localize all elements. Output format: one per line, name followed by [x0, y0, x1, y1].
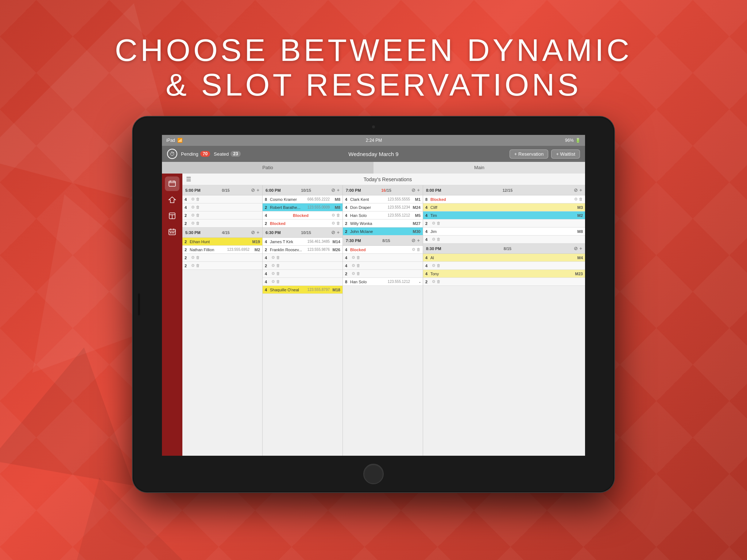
gear-icon[interactable]: ⚙ — [332, 221, 335, 226]
delete-icon[interactable]: 🗑 — [336, 221, 340, 226]
delete-icon[interactable]: 🗑 — [196, 205, 200, 210]
actions-500[interactable]: ⊘ + — [251, 187, 259, 193]
delete-icon[interactable]: 🗑 — [196, 263, 200, 268]
add-icon-730[interactable]: + — [417, 238, 420, 243]
add-waitlist-button[interactable]: + Waitlist — [551, 149, 580, 159]
delete-icon[interactable]: 🗑 — [356, 255, 360, 260]
gear-icon[interactable]: ⚙ — [574, 197, 578, 202]
gear-icon[interactable]: ⚙ — [432, 237, 436, 242]
ipad-home-button[interactable] — [363, 464, 384, 484]
delete-icon[interactable]: 🗑 — [437, 237, 441, 242]
gear-icon[interactable]: ⚙ — [271, 255, 275, 260]
gear-icon[interactable]: ⚙ — [271, 263, 275, 268]
table-row[interactable]: 4CliffM3 — [423, 203, 585, 211]
table-row[interactable]: 4AlM4 — [423, 254, 585, 262]
add-icon-830[interactable]: + — [579, 246, 582, 251]
delete-icon[interactable]: 🗑 — [437, 263, 441, 268]
gear-icon[interactable]: ⚙ — [191, 213, 195, 218]
stop-icon-600[interactable]: ⊘ — [331, 187, 335, 193]
table-row[interactable]: 2Willy WonkaM27 — [343, 219, 423, 228]
delete-icon[interactable]: 🗑 — [276, 271, 280, 276]
tab-main[interactable]: Main — [374, 162, 585, 174]
gear-icon[interactable]: ⚙ — [271, 279, 275, 284]
table-row[interactable]: 4JimM8 — [423, 228, 585, 236]
table-row[interactable]: 4James T Kirk156.461.3485M14 — [263, 238, 342, 246]
stop-icon-800[interactable]: ⊘ — [574, 187, 578, 193]
actions-830[interactable]: ⊘ + — [574, 246, 582, 251]
delete-icon[interactable]: 🗑 — [336, 213, 340, 218]
sidebar-icon-menu[interactable] — [165, 209, 179, 223]
gear-icon[interactable]: ⚙ — [191, 205, 195, 210]
gear-icon[interactable]: ⚙ — [352, 255, 355, 260]
gear-icon[interactable]: ⚙ — [432, 221, 436, 226]
sidebar-icon-reservations[interactable] — [165, 176, 179, 191]
delete-icon[interactable]: 🗑 — [276, 255, 280, 260]
add-icon-800[interactable]: + — [579, 187, 582, 193]
gear-icon[interactable]: ⚙ — [352, 271, 355, 276]
sidebar-icon-calendar[interactable] — [165, 225, 179, 239]
actions-530[interactable]: ⊘ + — [251, 230, 259, 235]
header-text: CHOOSE BETWEEN DYNAMIC & SLOT RESERVATIO… — [0, 33, 747, 102]
gear-icon[interactable]: ⚙ — [432, 263, 436, 268]
delete-icon[interactable]: 🗑 — [356, 271, 360, 276]
add-icon-700[interactable]: + — [417, 187, 420, 193]
gear-icon[interactable]: ⚙ — [191, 255, 195, 260]
gear-icon[interactable]: ⚙ — [352, 263, 355, 268]
table-row[interactable]: 2John MclaneM30 — [343, 228, 423, 236]
add-icon-530[interactable]: + — [256, 230, 259, 235]
stop-icon-830[interactable]: ⊘ — [574, 246, 578, 251]
table-row[interactable]: 8Cosmo Kramer666.555.2222M8 — [263, 195, 342, 203]
clock-icon[interactable]: ⏱ — [167, 149, 177, 159]
table-row[interactable]: 4Han Solo123.555.1212M5 — [343, 211, 423, 219]
delete-icon[interactable]: 🗑 — [196, 221, 200, 226]
delete-icon[interactable]: 🗑 — [196, 197, 200, 202]
add-icon-500[interactable]: + — [256, 187, 259, 193]
table-row[interactable]: 2Franklin Roosev...123.555.9876M26 — [263, 246, 342, 254]
table-row[interactable]: 2Robert Barathe...123.555.0009M8 — [263, 203, 342, 211]
table-row[interactable]: 4Clark Kent123.555.5555M1 — [343, 195, 423, 203]
time-630: 6:30 PM — [266, 230, 281, 235]
gear-icon[interactable]: ⚙ — [332, 213, 335, 218]
actions-800[interactable]: ⊘ + — [574, 187, 582, 193]
time-800: 8:00 PM — [426, 188, 441, 192]
table-row[interactable]: 4Don Draper123.555.1234M24 — [343, 203, 423, 211]
gear-icon[interactable]: ⚙ — [271, 271, 275, 276]
delete-icon[interactable]: 🗑 — [196, 255, 200, 260]
gear-icon[interactable]: ⚙ — [432, 279, 436, 284]
delete-icon[interactable]: 🗑 — [276, 279, 280, 284]
battery-label: 96% — [565, 138, 574, 143]
actions-600[interactable]: ⊘ + — [331, 187, 340, 193]
gear-icon[interactable]: ⚙ — [412, 247, 415, 252]
stop-icon-700[interactable]: ⊘ — [411, 187, 415, 193]
table-row[interactable]: 4TonyM23 — [423, 270, 585, 278]
delete-icon[interactable]: 🗑 — [196, 213, 200, 218]
table-row[interactable]: 2Ethan HuntM19 — [182, 238, 262, 246]
add-reservation-button[interactable]: + Reservation — [510, 149, 549, 159]
delete-icon[interactable]: 🗑 — [276, 263, 280, 268]
delete-icon[interactable]: 🗑 — [437, 221, 441, 226]
table-row[interactable]: 4TimM2 — [423, 211, 585, 219]
delete-icon[interactable]: 🗑 — [417, 247, 421, 252]
nav-right[interactable]: + Reservation + Waitlist — [510, 149, 580, 159]
gear-icon[interactable]: ⚙ — [191, 197, 195, 202]
table-row[interactable]: 8Han Solo123.555.1212- — [343, 278, 423, 286]
add-icon-600[interactable]: + — [337, 187, 340, 193]
stop-icon-530[interactable]: ⊘ — [251, 230, 255, 235]
actions-730[interactable]: ⊘ + — [411, 238, 420, 243]
gear-icon[interactable]: ⚙ — [191, 221, 195, 226]
stop-icon-730[interactable]: ⊘ — [411, 238, 415, 243]
add-icon-630[interactable]: + — [337, 230, 340, 235]
sidebar-icon-floor[interactable] — [165, 192, 179, 207]
delete-icon[interactable]: 🗑 — [356, 263, 360, 268]
stop-icon-630[interactable]: ⊘ — [331, 230, 335, 235]
stop-icon-500[interactable]: ⊘ — [251, 187, 255, 193]
table-row[interactable]: 4Shaquille O'neal123.555.8797M18 — [263, 286, 342, 294]
actions-630[interactable]: ⊘ + — [331, 230, 340, 235]
tab-patio[interactable]: Patio — [162, 162, 374, 174]
actions-700[interactable]: ⊘ + — [411, 187, 420, 193]
delete-icon[interactable]: 🗑 — [579, 197, 583, 202]
table-row[interactable]: 2Nathan Fillion123.555.6952M2 — [182, 246, 262, 254]
gear-icon[interactable]: ⚙ — [191, 263, 195, 268]
seated-badge: Seated 23 — [214, 151, 241, 157]
delete-icon[interactable]: 🗑 — [437, 279, 441, 284]
